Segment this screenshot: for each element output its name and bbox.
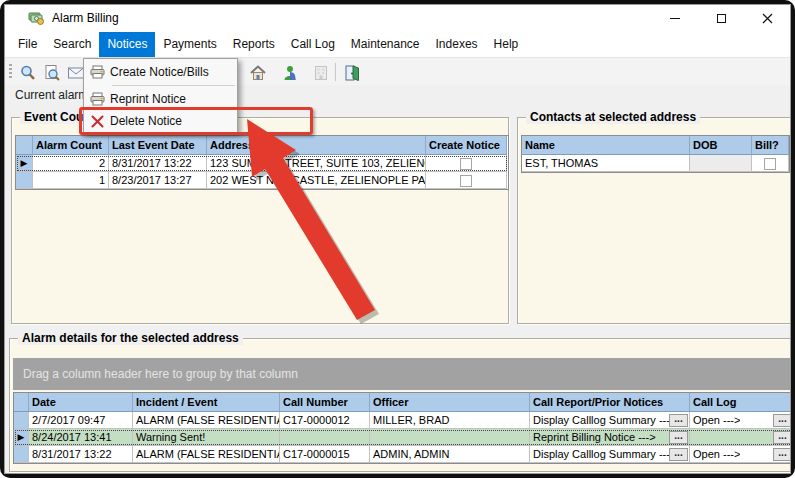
table-row[interactable]: 2/7/2017 09:47 ALARM (FALSE RESIDENTIA C… xyxy=(14,412,791,429)
incident-cell[interactable]: ALARM (FALSE RESIDENTIA xyxy=(133,446,280,463)
title-bar: Alarm Billing xyxy=(5,5,790,32)
date-cell[interactable]: 2/7/2017 09:47 xyxy=(29,412,133,429)
alarm-count-cell[interactable]: 2 xyxy=(33,155,109,172)
home-icon[interactable] xyxy=(247,62,269,83)
contact-person-icon[interactable] xyxy=(279,62,301,83)
menu-item-delete-notice[interactable]: Delete Notice xyxy=(84,110,237,132)
printer-icon xyxy=(84,92,110,106)
col-call-number[interactable]: Call Number xyxy=(280,393,370,412)
menu-separator xyxy=(112,85,235,86)
create-notice-cell[interactable] xyxy=(426,172,507,189)
menu-file[interactable]: File xyxy=(10,32,45,57)
col-bill[interactable]: Bill? xyxy=(752,136,789,155)
menu-item-reprint-notice[interactable]: Reprint Notice xyxy=(84,88,237,110)
officer-cell[interactable]: MILLER, BRAD xyxy=(370,412,530,429)
incident-cell[interactable]: Warning Sent! xyxy=(133,429,280,446)
col-incident[interactable]: Incident / Event xyxy=(133,393,280,412)
menu-indexes[interactable]: Indexes xyxy=(428,32,486,57)
building-icon[interactable] xyxy=(310,62,332,83)
call-log-cell[interactable]: Open --->... xyxy=(690,412,791,429)
call-log-link[interactable]: Open ---> xyxy=(693,447,740,462)
ellipsis-button[interactable]: ... xyxy=(773,431,791,444)
call-log-cell[interactable]: ... xyxy=(690,429,791,446)
row-selector[interactable] xyxy=(14,412,29,429)
ellipsis-button[interactable]: ... xyxy=(669,448,688,461)
print-preview-icon[interactable] xyxy=(41,62,63,83)
search-icon[interactable] xyxy=(17,62,39,83)
row-selector[interactable]: ▶ xyxy=(14,429,29,446)
table-row[interactable]: 1 8/23/2017 13:27 202 WEST NEWCASTLE, ZE… xyxy=(16,172,508,189)
last-event-date-cell[interactable]: 8/23/2017 13:27 xyxy=(109,172,207,189)
maximize-button[interactable] xyxy=(698,5,744,32)
menu-item-label: Delete Notice xyxy=(110,114,182,128)
screenshot-frame: Alarm Billing File Search Notices Paymen… xyxy=(0,0,795,478)
bill-cell[interactable] xyxy=(752,155,789,172)
create-notice-cell[interactable] xyxy=(426,155,507,172)
col-name[interactable]: Name xyxy=(522,136,690,155)
ellipsis-button[interactable]: ... xyxy=(773,448,791,461)
call-report-cell[interactable]: Display Calllog Summary --->... xyxy=(530,446,690,463)
date-cell[interactable]: 8/31/2017 13:22 xyxy=(29,446,133,463)
col-call-report[interactable]: Call Report/Prior Notices xyxy=(530,393,690,412)
menu-item-create-notice[interactable]: Create Notice/Bills xyxy=(84,61,237,83)
ellipsis-button[interactable]: ... xyxy=(773,414,791,427)
col-officer[interactable]: Officer xyxy=(370,393,530,412)
table-row[interactable]: 8/31/2017 13:22 ALARM (FALSE RESIDENTIA … xyxy=(14,446,791,463)
col-date[interactable]: Date xyxy=(29,393,133,412)
col-call-log[interactable]: Call Log xyxy=(690,393,791,412)
menu-notices[interactable]: Notices xyxy=(99,32,155,57)
table-row[interactable]: ▶ 8/24/2017 13:41 Warning Sent! Reprint … xyxy=(14,429,791,446)
menu-reports[interactable]: Reports xyxy=(225,32,283,57)
officer-cell[interactable] xyxy=(370,429,530,446)
col-last-event-date[interactable]: Last Event Date xyxy=(109,136,207,155)
groupby-drop-zone[interactable]: Drag a column header here to group by th… xyxy=(13,358,791,390)
row-selector[interactable] xyxy=(14,446,29,463)
contact-dob-cell[interactable] xyxy=(690,155,752,172)
date-cell[interactable]: 8/24/2017 13:41 xyxy=(29,429,133,446)
row-selector[interactable]: ▶ xyxy=(16,155,33,172)
call-report-cell[interactable]: Reprint Billing Notice --->... xyxy=(530,429,690,446)
call-number-cell[interactable]: C17-0000012 xyxy=(280,412,370,429)
last-event-date-cell[interactable]: 8/31/2017 13:22 xyxy=(109,155,207,172)
call-report-cell[interactable]: Display Calllog Summary --->... xyxy=(530,412,690,429)
contact-name-cell[interactable]: EST, THOMAS xyxy=(522,155,690,172)
col-create-notice[interactable]: Create Notice xyxy=(426,136,507,155)
event-grid: Alarm Count Last Event Date Address Crea… xyxy=(15,135,509,190)
create-notice-checkbox[interactable] xyxy=(460,175,472,187)
table-row[interactable]: EST, THOMAS xyxy=(522,155,789,172)
contacts-grid: Name DOB Bill? EST, THOMAS xyxy=(521,135,790,173)
menu-help[interactable]: Help xyxy=(486,32,527,57)
incident-cell[interactable]: ALARM (FALSE RESIDENTIA xyxy=(133,412,280,429)
table-row[interactable]: ▶ 2 8/31/2017 13:22 123 SUMMIT STREET, S… xyxy=(16,155,508,172)
officer-cell[interactable]: ADMIN, ADMIN xyxy=(370,446,530,463)
alarm-count-cell[interactable]: 1 xyxy=(33,172,109,189)
menu-call-log[interactable]: Call Log xyxy=(283,32,343,57)
event-counts-panel: Event Counts Alarm Count Last Event Date… xyxy=(11,117,509,324)
close-button[interactable] xyxy=(744,5,790,32)
minimize-button[interactable] xyxy=(652,5,698,32)
address-cell[interactable]: 202 WEST NEWCASTLE, ZELIENOPLE PA xyxy=(207,172,426,189)
ellipsis-button[interactable]: ... xyxy=(669,414,688,427)
col-dob[interactable]: DOB xyxy=(690,136,752,155)
alarm-details-title: Alarm details for the selected address xyxy=(18,331,243,345)
call-number-cell[interactable] xyxy=(280,429,370,446)
row-selector[interactable] xyxy=(16,172,33,189)
call-number-cell[interactable]: C17-0000015 xyxy=(280,446,370,463)
ellipsis-button[interactable]: ... xyxy=(669,431,688,444)
call-report-link[interactable]: Display Calllog Summary ---> xyxy=(533,413,669,428)
delete-x-icon xyxy=(84,115,110,128)
create-notice-checkbox[interactable] xyxy=(460,158,472,170)
exit-door-icon[interactable] xyxy=(341,62,363,83)
call-report-link[interactable]: Reprint Billing Notice ---> xyxy=(533,430,656,445)
selected-row-marker: ▶ xyxy=(21,158,28,168)
col-alarm-count[interactable]: Alarm Count xyxy=(33,136,109,155)
address-cell[interactable]: 123 SUMMIT STREET, SUITE 103, ZELIENOPLE xyxy=(207,155,426,172)
col-address[interactable]: Address xyxy=(207,136,426,155)
call-log-cell[interactable]: Open --->... xyxy=(690,446,791,463)
menu-payments[interactable]: Payments xyxy=(155,32,224,57)
bill-checkbox[interactable] xyxy=(764,158,776,170)
call-report-link[interactable]: Display Calllog Summary ---> xyxy=(533,447,669,462)
call-log-link[interactable]: Open ---> xyxy=(693,413,740,428)
menu-maintenance[interactable]: Maintenance xyxy=(343,32,428,57)
menu-search[interactable]: Search xyxy=(45,32,99,57)
